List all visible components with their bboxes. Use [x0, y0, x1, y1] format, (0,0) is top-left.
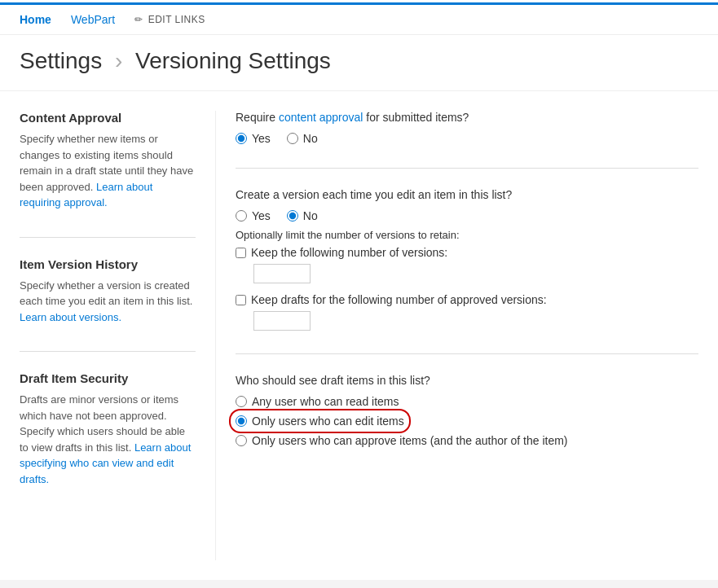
- item-version-no[interactable]: No: [287, 209, 318, 222]
- divider-1: [20, 237, 196, 238]
- divider-right-2: [236, 353, 698, 354]
- left-panel: Content Approval Specify whether new ite…: [20, 111, 215, 560]
- item-version-question: Create a version each time you edit an i…: [236, 188, 698, 201]
- pencil-icon: ✏: [134, 14, 143, 25]
- yes-label: Yes: [252, 132, 271, 145]
- draft-option-3-label: Only users who can approve items (and th…: [252, 434, 568, 447]
- content-approval-yes-radio[interactable]: [236, 133, 247, 144]
- draft-option-1-radio[interactable]: [236, 396, 247, 407]
- keep-drafts-label: Keep drafts for the following number of …: [251, 293, 547, 306]
- nav-home[interactable]: Home: [20, 13, 51, 26]
- nav-webpart[interactable]: WebPart: [71, 13, 115, 26]
- item-version-desc-text: Specify whether a version is created eac…: [20, 279, 192, 308]
- draft-option-2[interactable]: Only users who can edit items: [236, 415, 698, 428]
- item-version-radio-group: Yes No: [236, 209, 698, 222]
- keep-drafts-checkbox[interactable]: [236, 295, 246, 305]
- draft-security-section: Draft Item Security Drafts are minor ver…: [20, 371, 196, 487]
- content-approval-desc: Specify whether new items or changes to …: [20, 131, 196, 211]
- draft-security-title: Draft Item Security: [20, 371, 196, 385]
- versioning-label: Versioning Settings: [135, 48, 331, 73]
- draft-option-3-radio[interactable]: [236, 435, 247, 446]
- learn-about-versions-link[interactable]: Learn about versions.: [20, 311, 121, 323]
- keep-drafts-checkbox-label[interactable]: Keep drafts for the following number of …: [236, 293, 698, 306]
- content-approval-question: Require content approval for submitted i…: [236, 111, 698, 124]
- content-approval-section: Content Approval Specify whether new ite…: [20, 111, 196, 211]
- draft-option-1[interactable]: Any user who can read items: [236, 395, 698, 408]
- content-approval-radio-group: Yes No: [236, 132, 698, 145]
- item-version-no-radio[interactable]: [287, 210, 298, 222]
- content-approval-no-radio[interactable]: [287, 133, 298, 144]
- draft-option-2-label: Only users who can edit items: [252, 415, 404, 428]
- nav-bar: Home WebPart ✏ EDIT LINKS: [0, 5, 718, 35]
- draft-security-question: Who should see draft items in this list?: [236, 374, 698, 387]
- divider-2: [20, 351, 196, 352]
- keep-drafts-input[interactable]: [253, 311, 311, 331]
- item-version-desc: Specify whether a version is created eac…: [20, 278, 196, 326]
- right-panel: Require content approval for submitted i…: [215, 111, 698, 560]
- optionally-label: Optionally limit the number of versions …: [236, 229, 698, 241]
- keep-versions-checkbox[interactable]: [236, 248, 246, 258]
- item-version-form: Create a version each time you edit an i…: [236, 188, 698, 331]
- content-approval-yes[interactable]: Yes: [236, 132, 271, 145]
- keep-versions-checkbox-label[interactable]: Keep the following number of versions:: [236, 246, 698, 259]
- content-approval-form: Require content approval for submitted i…: [236, 111, 698, 145]
- divider-right-1: [236, 168, 698, 169]
- draft-option-2-radio[interactable]: [236, 415, 247, 427]
- draft-option-1-label: Any user who can read items: [252, 395, 399, 408]
- item-version-yes[interactable]: Yes: [236, 209, 271, 222]
- item-version-no-label: No: [303, 209, 318, 222]
- item-version-yes-radio[interactable]: [236, 210, 247, 222]
- content-approval-no[interactable]: No: [287, 132, 318, 145]
- keep-versions-input[interactable]: [253, 264, 311, 283]
- edit-links-label: EDIT LINKS: [148, 14, 205, 25]
- no-label: No: [303, 132, 318, 145]
- draft-option-3[interactable]: Only users who can approve items (and th…: [236, 434, 698, 447]
- title-arrow: ›: [115, 48, 122, 73]
- settings-label: Settings: [20, 48, 102, 73]
- item-version-yes-label: Yes: [252, 209, 271, 222]
- draft-security-form: Who should see draft items in this list?…: [236, 374, 698, 447]
- page-title: Settings › Versioning Settings: [0, 35, 718, 91]
- keep-versions-label: Keep the following number of versions:: [251, 246, 447, 259]
- content-approval-title: Content Approval: [20, 111, 196, 125]
- item-version-title: Item Version History: [20, 257, 196, 271]
- draft-security-desc: Drafts are minor versions or items which…: [20, 392, 196, 487]
- item-version-section: Item Version History Specify whether a v…: [20, 257, 196, 326]
- draft-security-radio-group: Any user who can read items Only users w…: [236, 395, 698, 447]
- content-area: Content Approval Specify whether new ite…: [0, 91, 718, 580]
- edit-links-button[interactable]: ✏ EDIT LINKS: [134, 14, 205, 25]
